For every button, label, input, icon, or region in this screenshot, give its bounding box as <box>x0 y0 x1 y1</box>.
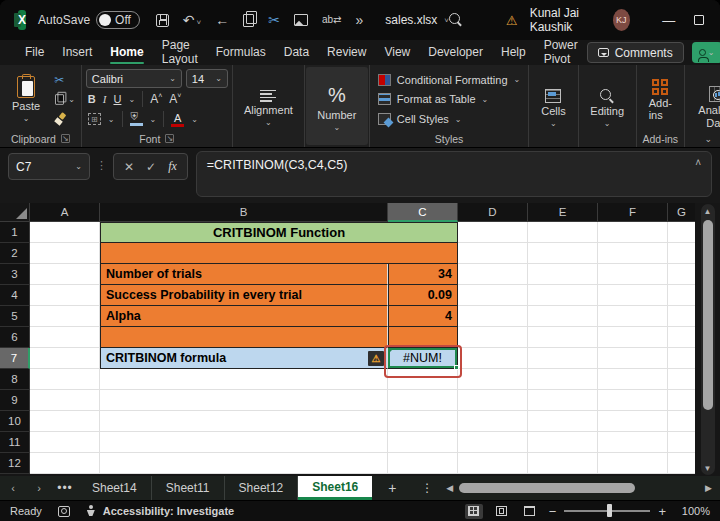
cell-e2[interactable] <box>528 243 598 264</box>
cell-b10[interactable] <box>100 411 388 432</box>
cell-b11[interactable] <box>100 432 388 453</box>
chevron-down-icon[interactable]: ⌄ <box>108 115 115 124</box>
cell-c3[interactable]: 34 <box>388 264 458 285</box>
column-header-e[interactable]: E <box>528 203 598 222</box>
italic-button[interactable]: I <box>103 93 107 105</box>
column-header-a[interactable]: A <box>30 203 100 222</box>
insert-function-button[interactable]: fx <box>168 159 177 174</box>
cell-f10[interactable] <box>598 411 668 432</box>
tab-insert[interactable]: Insert <box>53 41 101 64</box>
tab-view[interactable]: View <box>375 41 419 64</box>
cell-a4[interactable] <box>30 285 100 306</box>
cell-d10[interactable] <box>458 411 528 432</box>
fill-color-icon[interactable] <box>130 113 143 125</box>
avatar[interactable]: KJ <box>613 9 630 31</box>
cell-a3[interactable] <box>30 264 100 285</box>
cell-c6[interactable] <box>388 327 458 348</box>
drag-handle-icon[interactable]: ⋮ <box>96 159 107 197</box>
cell-f1[interactable] <box>598 222 668 243</box>
cell-e7[interactable] <box>528 348 598 369</box>
save-icon[interactable] <box>156 14 169 27</box>
zoom-slider[interactable] <box>564 510 650 512</box>
cell-e12[interactable] <box>528 453 598 474</box>
cell-e10[interactable] <box>528 411 598 432</box>
editing-button[interactable]: Editing ⌄ <box>582 87 632 130</box>
dialog-launcher-icon[interactable]: ↘ <box>61 134 70 143</box>
chevron-down-icon[interactable]: ⌄ <box>191 115 198 124</box>
cut-button[interactable]: ✂ <box>54 72 75 87</box>
cell-f3[interactable] <box>598 264 668 285</box>
cell-e3[interactable] <box>528 264 598 285</box>
cell-a9[interactable] <box>30 390 100 411</box>
row-header-8[interactable]: 8 <box>0 369 30 390</box>
cell-b6[interactable] <box>100 327 388 348</box>
tab-options-icon[interactable]: ⋮ <box>412 476 442 500</box>
cell-e6[interactable] <box>528 327 598 348</box>
format-painter-button[interactable] <box>54 111 75 126</box>
alert-icon[interactable]: ⚠ <box>506 13 518 28</box>
cell-d2[interactable] <box>458 243 528 264</box>
column-header-c[interactable]: C <box>388 203 458 222</box>
bold-button[interactable]: B <box>88 93 96 105</box>
cell-b3[interactable]: Number of trials <box>100 264 388 285</box>
copy-icon[interactable] <box>243 14 254 27</box>
chevron-down-icon[interactable]: ⌄ <box>150 115 157 124</box>
undo-button[interactable]: ↶˅ <box>183 13 201 27</box>
addins-button[interactable]: Add-ins <box>641 77 680 123</box>
cell-g7[interactable] <box>668 348 695 369</box>
document-title[interactable]: sales.xlsx ˅ <box>385 13 449 27</box>
cell-a2[interactable] <box>30 243 100 264</box>
format-as-table-button[interactable]: Format as Table ⌄ <box>378 91 520 108</box>
cell-b7[interactable]: CRITBINOM formula ⚠ <box>100 348 388 369</box>
cell-a12[interactable] <box>30 453 100 474</box>
vertical-scroll-thumb[interactable] <box>703 220 713 410</box>
cell-e4[interactable] <box>528 285 598 306</box>
scroll-down-icon[interactable]: ▼ <box>704 461 712 475</box>
zoom-in-button[interactable]: + <box>658 504 666 519</box>
cell-f11[interactable] <box>598 432 668 453</box>
cell-g9[interactable] <box>668 390 695 411</box>
zoom-slider-handle[interactable] <box>607 504 612 517</box>
cell-g10[interactable] <box>668 411 695 432</box>
decrease-font-button[interactable]: A˅ <box>169 92 181 106</box>
cell-a6[interactable] <box>30 327 100 348</box>
minimize-button[interactable]: — <box>654 0 684 40</box>
row-header-2[interactable]: 2 <box>0 243 30 264</box>
cell-d12[interactable] <box>458 453 528 474</box>
search-icon[interactable] <box>449 13 460 27</box>
autosave-toggle[interactable]: Off <box>96 11 140 29</box>
cell-e8[interactable] <box>528 369 598 390</box>
accessibility-status[interactable]: Accessibility: Investigate <box>86 505 234 517</box>
cell-f5[interactable] <box>598 306 668 327</box>
cell-a5[interactable] <box>30 306 100 327</box>
cell-c4[interactable]: 0.09 <box>388 285 458 306</box>
cell-e9[interactable] <box>528 390 598 411</box>
cell-f4[interactable] <box>598 285 668 306</box>
row-header-6[interactable]: 6 <box>0 327 30 348</box>
copy-button[interactable]: ⌄ <box>54 92 75 107</box>
close-button[interactable]: ✕ <box>714 0 720 40</box>
row-header-11[interactable]: 11 <box>0 432 30 453</box>
dialog-launcher-icon[interactable]: ↘ <box>165 134 174 143</box>
cell-g4[interactable] <box>668 285 695 306</box>
row-header-5[interactable]: 5 <box>0 306 30 327</box>
row-header-4[interactable]: 4 <box>0 285 30 306</box>
zoom-out-button[interactable]: − <box>549 504 557 519</box>
comments-button[interactable]: Comments <box>587 42 684 63</box>
page-layout-view-button[interactable] <box>493 504 511 519</box>
paste-button[interactable]: Paste ⌄ <box>4 69 48 130</box>
analyze-data-button[interactable]: Analyze Data <box>686 84 720 131</box>
autosave-control[interactable]: AutoSave Off <box>38 11 140 29</box>
cells-button[interactable]: Cells ⌄ <box>533 87 573 130</box>
collapse-ribbon-icon[interactable]: ⌄ <box>704 134 712 144</box>
cell-d5[interactable] <box>458 306 528 327</box>
fill-handle[interactable] <box>454 365 459 370</box>
sheet-list-icon[interactable]: ••• <box>52 476 78 500</box>
cell-b4[interactable]: Success Probability in every trial <box>100 285 388 306</box>
font-size-select[interactable]: 14⌄ <box>186 69 228 88</box>
cell-g6[interactable] <box>668 327 695 348</box>
enter-formula-button[interactable]: ✓ <box>146 160 156 174</box>
sheet-nav-left-icon[interactable]: ‹ <box>0 476 26 500</box>
number-format-button[interactable]: % Number ⌄ <box>309 82 364 134</box>
new-sheet-button[interactable]: + <box>372 476 412 500</box>
